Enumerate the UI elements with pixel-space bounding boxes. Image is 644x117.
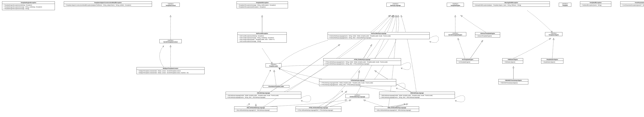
class-members: + PartlyNullException(name : String): [580, 4, 611, 6]
class-TempletLoader: «interface» TempletLoader: [266, 64, 282, 67]
class-title: MarkupLanguage: [386, 4, 404, 6]
class-title: AbstractTemplateEngine: [475, 32, 500, 35]
class-members: + YMDDateAdaptor(): [502, 61, 523, 64]
class-stereotype: «interface»: [444, 32, 466, 34]
class-title: WMLMarkupLanguage: [380, 92, 455, 94]
class-TemplateEngine: «interface» TemplateEngine: [447, 3, 464, 7]
class-title: ClassNameTempletLoader: [263, 85, 289, 88]
class-TemplateAdaptorConstructionMetallException: TemplateAdaptorConstructionMetallExcepti…: [64, 2, 152, 7]
class-title: TemplateIOException: [237, 2, 288, 4]
class-title: TempletLoader: [266, 65, 282, 67]
class-title: NotFoundException: [238, 32, 286, 35]
class-title: YMDHMSTimestampAdaptor: [498, 79, 528, 82]
class-title: AttributeMarkupLanguage: [346, 96, 369, 98]
class-members: + NotFoundException(underlying : Excepti…: [238, 35, 286, 42]
class-title: YMDDateAdaptor: [502, 58, 523, 61]
class-title: MissingFieldException: [473, 2, 550, 4]
class-TemplateAdaptor: «interface» TemplateAdaptor: [545, 32, 562, 36]
class-title: SimpleDateAdaptor: [541, 58, 563, 61]
class-title: HTMLMarkupLanguage: [319, 79, 396, 82]
class-TemplateContext: «interface» TemplateContext: [162, 3, 180, 7]
class-stereotype: «interface»: [386, 3, 404, 4]
class-members: + NoTemplateEngine(): [457, 61, 478, 64]
class-NoTemplateEngine: NoTemplateEngine + NoTemplateEngine(): [456, 58, 479, 64]
class-stereotype: «interface»: [162, 3, 180, 4]
class-title: XMLMarkupLanguage: [226, 92, 301, 94]
class-members: + WMLMarkupLanguage(melati : Melati, tem…: [380, 94, 455, 98]
class-members: + FormParameterException(paramP : String…: [620, 4, 644, 6]
class-title: ServletTemplateEngine: [444, 34, 466, 36]
class-FormParameterException: FormParameterException + FormParameterEx…: [620, 2, 644, 7]
class-title: NoTemplateEngine: [457, 58, 478, 61]
class-members: + SimpleDateAdaptor(): [541, 61, 563, 64]
class-stereotype: «interface»: [559, 3, 571, 4]
class-stereotype: «interface»: [447, 3, 464, 4]
class-members: + TemplateAdaptorConstructionMetallExcep…: [64, 4, 152, 6]
class-stereotype: «interface»: [266, 64, 282, 65]
class-title: TemplateContext: [162, 4, 180, 6]
class-ServletTemplateContext: «interface» ServletTemplateContext: [160, 39, 182, 43]
class-members: # AbstractMarkupLanguage(name : String, …: [328, 35, 430, 39]
class-members: + TemplateIOException(message : String, …: [237, 4, 288, 8]
class-members: + MissingFieldException(adaptor : Templa…: [473, 4, 550, 6]
class-XMLMarkupLanguage: XMLMarkupLanguage + XMLMarkupLanguage(me…: [226, 92, 301, 99]
class-HTMLLikeMarkupLanguage: HTMLLikeMarkupLanguage + HTMLLikeMarkupL…: [323, 58, 401, 65]
class-members: + XMLMarkupLanguage(melati : Melati, tem…: [226, 94, 301, 98]
class-title: TemplateEngineException: [2, 2, 55, 4]
class-members: + YMDHMSTimestampAdaptor(): [498, 82, 528, 84]
class-ClassNameTempletLoader: ClassNameTempletLoader: [263, 85, 289, 88]
class-ServletTemplateEngine: «interface» ServletTemplateEngine: [444, 32, 466, 36]
class-title: HTMLAttributeMarkupLanguage: [296, 106, 341, 109]
class-members: + XMLAttributeMarkupLanguage(xml : XMLMa…: [234, 109, 277, 112]
class-title: XMLAttributeMarkupLanguage: [234, 106, 277, 109]
class-NotFoundException: NotFoundException + NotFoundException(un…: [238, 32, 287, 42]
class-title: TemplateEngine: [447, 4, 464, 6]
class-AbstractTemplateEngine: AbstractTemplateEngine + AbstractTemplat…: [475, 32, 500, 38]
class-HTMLAttributeMarkupLanguage: HTMLAttributeMarkupLanguage + HTMLAttrib…: [296, 106, 341, 112]
class-stereotype: «interface»: [545, 32, 562, 34]
class-MissingFieldException: MissingFieldException + MissingFieldExce…: [473, 2, 550, 7]
class-AbstractMarkupLanguage: AbstractMarkupLanguage # AbstractMarkupL…: [328, 32, 430, 39]
class-members: + TemplateEngineException(underlying : E…: [2, 4, 55, 10]
class-members: + MultipartTemplateContext(melati : Mela…: [137, 70, 204, 74]
class-members: + HTMLLikeMarkupLanguage(name : String, …: [324, 61, 401, 65]
class-WMLAttributeMarkupLanguage: WMLAttributeMarkupLanguage + WMLAttribut…: [375, 106, 419, 112]
class-WMLMarkupLanguage: WMLMarkupLanguage + WMLMarkupLanguage(me…: [379, 92, 455, 99]
class-MultipartTemplateContext: MultipartTemplateContext + MultipartTemp…: [136, 67, 204, 74]
class-PartlyNullException: PartlyNullException + PartlyNullExceptio…: [580, 2, 611, 7]
class-title: WMLAttributeMarkupLanguage: [375, 106, 419, 109]
class-members: + AbstractTemplateEngine(): [475, 35, 500, 37]
class-members: + HTMLMarkupLanguage(melati : Melati, te…: [319, 82, 396, 86]
class-YMDHMSTimestampAdaptor: YMDHMSTimestampAdaptor + YMDHMSTimestamp…: [498, 79, 528, 84]
class-SimpleDateAdaptor: SimpleDateAdaptor + SimpleDateAdaptor(): [541, 58, 564, 64]
class-title: PartlyNullException: [580, 2, 611, 4]
class-title: Template: [559, 4, 571, 6]
class-AttributeMarkupLanguage: «interface» AttributeMarkupLanguage: [346, 94, 369, 98]
class-YMDDateAdaptor: YMDDateAdaptor + YMDDateAdaptor(): [502, 58, 523, 64]
class-XMLAttributeMarkupLanguage: XMLAttributeMarkupLanguage + XMLAttribut…: [234, 106, 277, 112]
class-title: AbstractMarkupLanguage: [328, 32, 430, 35]
class-title: TemplateAdaptorConstructionMetallExcepti…: [64, 2, 152, 4]
class-title: TemplateAdaptor: [545, 34, 562, 36]
class-HTMLMarkupLanguage: HTMLMarkupLanguage + HTMLMarkupLanguage(…: [319, 79, 396, 86]
class-Template: «interface» Template: [559, 3, 571, 7]
class-stereotype: «interface»: [160, 40, 182, 41]
class-members: + WMLAttributeMarkupLanguage(wml : WMLMa…: [375, 109, 419, 112]
class-MarkupLanguage: «interface» MarkupLanguage: [386, 3, 404, 7]
class-title: FormParameterException: [620, 2, 644, 4]
class-title: MultipartTemplateContext: [137, 67, 204, 70]
class-TemplateEngineException: TemplateEngineException + TemplateEngine…: [2, 2, 55, 10]
class-title: HTMLLikeMarkupLanguage: [324, 58, 401, 61]
class-members: + HTMLAttributeMarkupLanguage(html : HTM…: [296, 109, 341, 112]
class-title: ServletTemplateContext: [160, 41, 182, 43]
class-stereotype: «interface»: [346, 94, 369, 96]
class-TemplateIOException: TemplateIOException + TemplateIOExceptio…: [236, 2, 288, 8]
